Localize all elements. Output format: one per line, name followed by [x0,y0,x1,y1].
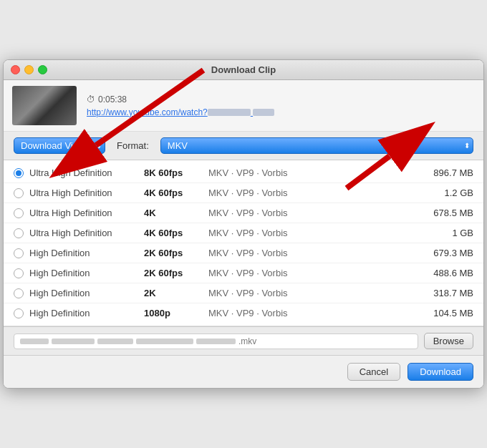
filepath-bar: .mkv Browse [4,326,483,356]
resolution-row[interactable]: High Definition2K 60fpsMKV · VP9 · Vorbi… [4,263,483,283]
resolution-codec: MKV · VP9 · Vorbis [208,248,416,258]
filepath-ext: .mkv [238,336,256,346]
resolution-quality: High Definition [29,288,144,298]
controls-bar: Download Video Download Audio ⬍ Format: … [4,132,483,160]
resolution-size: 678.5 MB [416,208,473,218]
resolution-quality: High Definition [29,248,144,258]
resolution-fps: 2K [144,288,208,298]
resolution-size: 318.7 MB [416,288,473,298]
resolution-size: 104.5 MB [416,308,473,318]
video-duration: ⏱ 0:05:38 [87,94,274,104]
path-blur-3 [97,339,133,344]
window-controls [11,65,47,74]
path-blur-2 [52,339,95,344]
titlebar: Download Clip [4,60,483,80]
resolution-row[interactable]: Ultra High Definition4K 60fpsMKV · VP9 ·… [4,223,483,243]
radio-button[interactable] [14,208,24,218]
resolution-size: 488.6 MB [416,268,473,278]
window-title: Download Clip [211,64,276,75]
resolution-row[interactable]: High Definition1080pMKV · VP9 · Vorbis10… [4,303,483,323]
close-button[interactable] [11,65,20,74]
download-button[interactable]: Download [408,363,473,381]
format-select[interactable]: MKV MP4 MOV AVI [160,137,473,154]
video-thumbnail [12,86,77,125]
format-label: Format: [117,140,149,151]
resolution-row[interactable]: Ultra High Definition8K 60fpsMKV · VP9 ·… [4,163,483,183]
resolution-row[interactable]: Ultra High Definition4K 60fpsMKV · VP9 ·… [4,183,483,203]
radio-button[interactable] [14,288,24,298]
resolution-row[interactable]: High Definition2KMKV · VP9 · Vorbis318.7… [4,283,483,303]
resolution-quality: High Definition [29,308,144,318]
resolution-fps: 8K 60fps [144,167,208,178]
resolution-list: Ultra High Definition8K 60fpsMKV · VP9 ·… [4,160,483,326]
video-meta: ⏱ 0:05:38 http://www.youtube.com/watch? [87,94,274,117]
browse-button[interactable]: Browse [424,333,473,349]
radio-button[interactable] [14,308,24,318]
radio-button[interactable] [14,188,24,198]
radio-button[interactable] [14,268,24,278]
download-type-select[interactable]: Download Video Download Audio [14,137,105,154]
resolution-row[interactable]: High Definition2K 60fpsMKV · VP9 · Vorbi… [4,243,483,263]
minimize-button[interactable] [24,65,34,74]
url-blur-1 [208,109,251,116]
resolution-fps: 2K 60fps [144,248,208,258]
radio-button[interactable] [14,248,24,258]
download-type-wrapper: Download Video Download Audio ⬍ [14,137,105,154]
resolution-size: 1.2 GB [416,188,473,198]
resolution-fps: 4K [144,208,208,218]
cancel-button[interactable]: Cancel [347,363,400,381]
maximize-button[interactable] [38,65,47,74]
resolution-quality: Ultra High Definition [29,167,144,178]
resolution-codec: MKV · VP9 · Vorbis [208,268,416,278]
format-select-wrapper: MKV MP4 MOV AVI ⬍ [160,137,473,154]
resolution-size: 1 GB [416,228,473,238]
resolution-fps: 4K 60fps [144,228,208,238]
resolution-size: 896.7 MB [416,167,473,178]
resolution-fps: 4K 60fps [144,188,208,198]
path-blur-5 [196,339,236,344]
filepath-display: .mkv [14,333,418,349]
clock-icon: ⏱ [87,94,95,104]
main-window: Download Clip ⏱ 0:05:38 http://www.youtu… [3,59,484,389]
resolution-quality: Ultra High Definition [29,188,144,198]
resolution-fps: 1080p [144,308,208,318]
resolution-codec: MKV · VP9 · Vorbis [208,288,416,298]
radio-button[interactable] [14,168,24,178]
action-bar: Cancel Download [4,356,483,388]
path-blur-1 [20,339,49,344]
video-url[interactable]: http://www.youtube.com/watch? [87,107,274,117]
resolution-quality: Ultra High Definition [29,208,144,218]
resolution-quality: Ultra High Definition [29,228,144,238]
resolution-codec: MKV · VP9 · Vorbis [208,167,416,178]
path-blur-4 [136,339,193,344]
url-blur-2 [253,109,274,116]
radio-button[interactable] [14,228,24,238]
resolution-codec: MKV · VP9 · Vorbis [208,308,416,318]
resolution-codec: MKV · VP9 · Vorbis [208,188,416,198]
resolution-fps: 2K 60fps [144,268,208,278]
resolution-codec: MKV · VP9 · Vorbis [208,228,416,238]
resolution-quality: High Definition [29,268,144,278]
resolution-codec: MKV · VP9 · Vorbis [208,208,416,218]
info-bar: ⏱ 0:05:38 http://www.youtube.com/watch? [4,80,483,132]
resolution-size: 679.3 MB [416,248,473,258]
resolution-row[interactable]: Ultra High Definition4KMKV · VP9 · Vorbi… [4,203,483,223]
